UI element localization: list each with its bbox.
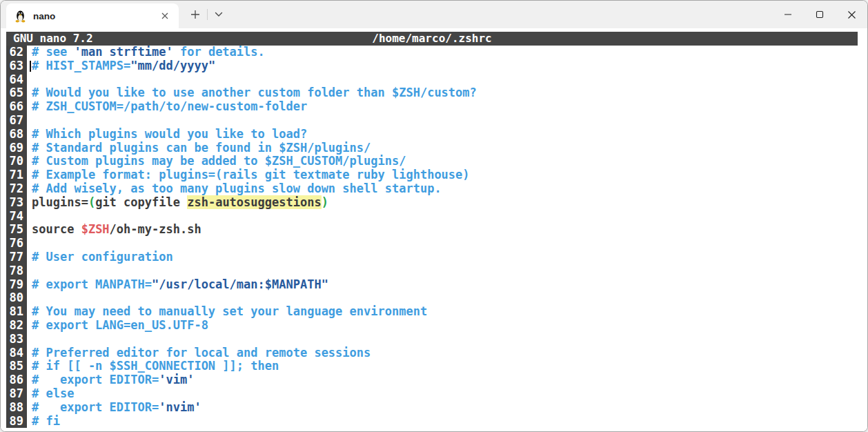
line-content: # see 'man strftime' for details. (27, 46, 265, 59)
line-content: plugins=(git copyfile zsh-autosuggestion… (27, 196, 328, 210)
line-number: 65 (6, 86, 27, 100)
line-number: 85 (6, 360, 27, 373)
line-content (27, 333, 32, 346)
tab-dropdown-button[interactable] (209, 5, 228, 24)
text-cursor (30, 61, 31, 72)
line-content (27, 291, 32, 305)
editor-line: 72# Add wisely, as too many plugins slow… (6, 182, 867, 196)
nano-filename-label: /home/marco/.zshrc (372, 32, 491, 46)
line-content (27, 237, 32, 251)
line-content: # User configuration (27, 251, 173, 264)
line-number: 66 (6, 100, 27, 114)
editor-line: 88# export EDITOR='nvim' (6, 401, 867, 415)
maximize-button[interactable] (804, 1, 836, 28)
editor-line: 87# else (6, 387, 867, 401)
line-number: 62 (6, 46, 27, 59)
editor-line: 62# see 'man strftime' for details. (6, 46, 867, 59)
editor-line: 71# Example format: plugins=(rails git t… (6, 168, 867, 182)
editor-line: 84# Preferred editor for local and remot… (6, 346, 867, 360)
linux-tux-icon (14, 10, 26, 23)
line-number: 89 (6, 415, 27, 429)
tab-close-icon[interactable] (157, 8, 173, 24)
line-content: # if [[ -n $SSH_CONNECTION ]]; then (27, 360, 279, 373)
editor-line: 82# export LANG=en_US.UTF-8 (6, 319, 867, 333)
line-number: 63 (6, 59, 27, 73)
tab-title: nano (33, 11, 157, 21)
line-content: # export MANPATH="/usr/local/man:$MANPAT… (27, 278, 328, 292)
editor-line: 67 (6, 114, 867, 128)
line-content: # Custom plugins may be added to $ZSH_CU… (27, 155, 406, 168)
terminal-window: nano GNU nano 7.2 /home/marco (0, 0, 868, 432)
editor-line: 80 (6, 291, 867, 305)
editor-line: 63# HIST_STAMPS="mm/dd/yyyy" (6, 59, 867, 73)
line-content: # HIST_STAMPS="mm/dd/yyyy" (27, 59, 215, 73)
editor-line: 86# export EDITOR='vim' (6, 373, 867, 387)
editor-line: 89# fi (6, 415, 867, 429)
line-number: 72 (6, 182, 27, 196)
line-number: 81 (6, 305, 27, 319)
line-content: # Preferred editor for local and remote … (27, 346, 371, 360)
tab-bar: nano (1, 1, 867, 28)
line-content: # Add wisely, as too many plugins slow d… (27, 182, 442, 196)
line-number: 68 (6, 128, 27, 141)
line-content (27, 114, 32, 128)
line-content: # Example format: plugins=(rails git tex… (27, 168, 470, 182)
line-number: 80 (6, 291, 27, 305)
line-content: # export EDITOR='nvim' (27, 401, 201, 415)
line-content (27, 73, 32, 87)
line-content: # ZSH_CUSTOM=/path/to/new-custom-folder (27, 100, 307, 114)
nano-header-bar: GNU nano 7.2 /home/marco/.zshrc (6, 32, 858, 46)
editor-line: 85# if [[ -n $SSH_CONNECTION ]]; then (6, 360, 867, 373)
line-number: 84 (6, 346, 27, 360)
line-number: 86 (6, 373, 27, 387)
terminal-content: GNU nano 7.2 /home/marco/.zshrc 62# see … (1, 28, 867, 431)
line-number: 82 (6, 319, 27, 333)
new-tab-button[interactable] (186, 5, 205, 24)
line-number: 71 (6, 168, 27, 182)
close-button[interactable] (836, 1, 867, 28)
line-number: 69 (6, 141, 27, 155)
editor-line: 81# You may need to manually set your la… (6, 305, 867, 319)
window-controls (772, 1, 867, 28)
minimize-button[interactable] (772, 1, 804, 28)
line-number: 79 (6, 278, 27, 292)
line-number: 76 (6, 237, 27, 251)
line-content (27, 264, 32, 278)
terminal-screen[interactable]: 62# see 'man strftime' for details.63# H… (6, 46, 867, 431)
editor-line: 75source $ZSH/oh-my-zsh.sh (6, 223, 867, 237)
line-content: source $ZSH/oh-my-zsh.sh (27, 223, 201, 237)
line-number: 75 (6, 223, 27, 237)
editor-line: 74 (6, 210, 867, 224)
line-content: # You may need to manually set your lang… (27, 305, 427, 319)
editor-line: 70# Custom plugins may be added to $ZSH_… (6, 155, 867, 168)
editor-line: 76 (6, 237, 867, 251)
editor-line: 83 (6, 333, 867, 346)
line-content: # else (27, 387, 74, 401)
editor-line: 68# Which plugins would you like to load… (6, 128, 867, 141)
editor-line: 65# Would you like to use another custom… (6, 86, 867, 100)
tab-nano[interactable]: nano (6, 3, 179, 28)
line-content: # export LANG=en_US.UTF-8 (27, 319, 208, 333)
editor-line: 78 (6, 264, 867, 278)
line-content: # export EDITOR='vim' (27, 373, 194, 387)
line-content: # fi (27, 415, 60, 429)
line-content: # Standard plugins can be found in $ZSH/… (27, 141, 371, 155)
line-number: 74 (6, 210, 27, 224)
line-number: 78 (6, 264, 27, 278)
editor-line: 73plugins=(git copyfile zsh-autosuggesti… (6, 196, 867, 210)
line-number: 70 (6, 155, 27, 168)
line-number: 83 (6, 333, 27, 346)
tabbar-separator (207, 9, 208, 20)
nano-version-label: GNU nano 7.2 (13, 32, 93, 46)
line-number: 77 (6, 251, 27, 264)
line-number: 67 (6, 114, 27, 128)
line-content: # Which plugins would you like to load? (27, 128, 307, 141)
editor-line: 79# export MANPATH="/usr/local/man:$MANP… (6, 278, 867, 292)
line-content: # Would you like to use another custom f… (27, 86, 477, 100)
editor-line: 66# ZSH_CUSTOM=/path/to/new-custom-folde… (6, 100, 867, 114)
line-content (27, 210, 32, 224)
editor-line: 77# User configuration (6, 251, 867, 264)
editor-line: 69# Standard plugins can be found in $ZS… (6, 141, 867, 155)
line-number: 64 (6, 73, 27, 87)
editor-line: 64 (6, 73, 867, 87)
